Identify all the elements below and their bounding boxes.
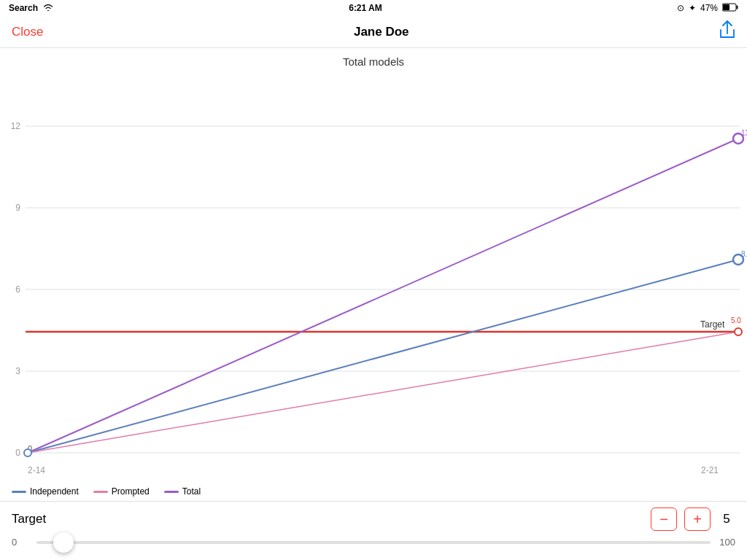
wifi-icon — [42, 3, 54, 14]
stepper: − + 5 — [651, 508, 735, 531]
decrease-button[interactable]: − — [651, 508, 677, 531]
status-right: ⊙ ✦ 47% — [677, 3, 738, 14]
svg-text:5.0: 5.0 — [731, 316, 741, 324]
search-text: Search — [9, 3, 38, 13]
target-label: Target — [12, 512, 46, 526]
legend-item-independent: Independent — [12, 486, 79, 497]
svg-text:8.0: 8.0 — [741, 250, 747, 258]
svg-text:3: 3 — [15, 366, 20, 376]
legend-color-independent — [12, 491, 26, 493]
nav-bar: Close Jane Doe — [0, 16, 747, 48]
nav-title: Jane Doe — [354, 25, 409, 39]
target-row: Target − + 5 — [12, 508, 735, 531]
bottom-controls: Target − + 5 0 100 — [0, 501, 747, 553]
chart-container: Total models 0 3 6 9 12 2-14 2-21 0 — [0, 48, 747, 482]
svg-line-17 — [28, 139, 738, 453]
svg-text:9: 9 — [15, 203, 20, 213]
legend-label-independent: Independent — [30, 486, 79, 497]
chart-svg: 0 3 6 9 12 2-14 2-21 0 — [0, 74, 747, 482]
legend-label-total: Total — [182, 486, 201, 497]
chart-title: Total models — [0, 55, 747, 68]
legend-item-prompted: Prompted — [93, 486, 150, 497]
slider-row: 0 100 — [12, 537, 735, 548]
status-bar: Search 6:21 AM ⊙ ✦ 47% — [0, 0, 747, 16]
svg-text:13.0: 13.0 — [741, 129, 747, 137]
svg-text:2-14: 2-14 — [28, 465, 45, 475]
battery-icon — [722, 3, 738, 14]
svg-text:12: 12 — [11, 121, 21, 131]
slider-min-label: 0 — [12, 537, 29, 548]
status-time: 6:21 AM — [349, 3, 382, 13]
svg-text:0: 0 — [15, 448, 20, 458]
legend-color-total — [164, 491, 179, 493]
legend: Independent Prompted Total — [0, 482, 747, 501]
slider-thumb[interactable] — [53, 532, 74, 553]
status-left: Search — [9, 3, 54, 14]
legend-color-prompted — [93, 491, 108, 493]
chart-wrapper: 0 3 6 9 12 2-14 2-21 0 — [0, 74, 747, 482]
svg-point-25 — [735, 328, 742, 335]
svg-line-19 — [28, 332, 738, 453]
svg-text:Target: Target — [700, 319, 725, 330]
slider-track[interactable] — [36, 541, 711, 544]
legend-label-prompted: Prompted — [112, 486, 150, 497]
increase-button[interactable]: + — [684, 508, 711, 531]
legend-item-total: Total — [164, 486, 201, 497]
svg-text:2-21: 2-21 — [701, 465, 719, 475]
battery-percent: 47% — [700, 3, 718, 13]
close-button[interactable]: Close — [12, 25, 43, 39]
share-button[interactable] — [719, 20, 735, 43]
svg-line-18 — [28, 260, 738, 453]
svg-rect-2 — [723, 4, 729, 10]
target-value: 5 — [718, 512, 735, 526]
bluetooth-icon: ✦ — [689, 3, 696, 13]
airplay-icon: ⊙ — [677, 3, 684, 13]
svg-text:6: 6 — [15, 284, 20, 295]
svg-point-20 — [24, 449, 31, 456]
slider-max-label: 100 — [718, 537, 735, 548]
svg-rect-1 — [736, 5, 738, 9]
